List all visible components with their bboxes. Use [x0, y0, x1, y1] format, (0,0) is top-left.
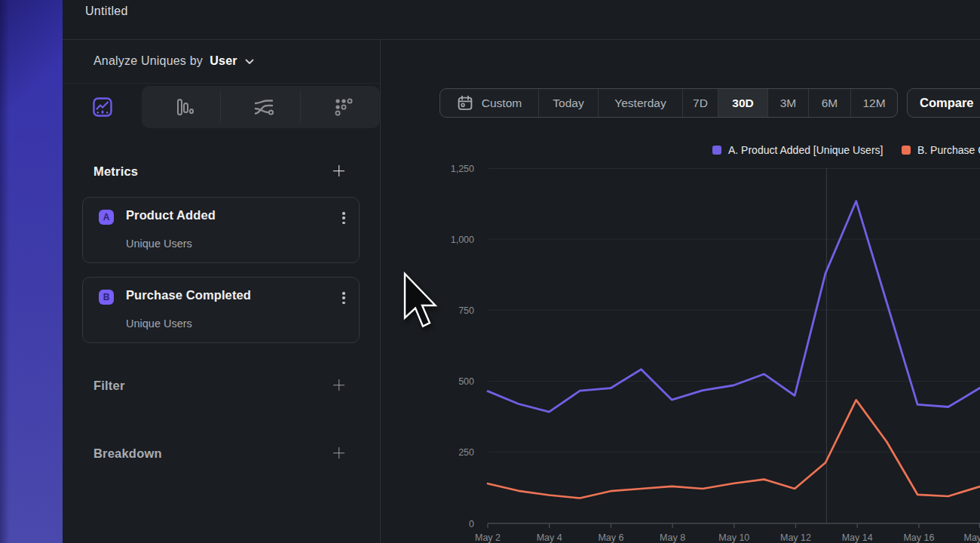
svg-text:1,250: 1,250: [451, 164, 474, 174]
svg-text:750: 750: [458, 305, 474, 316]
svg-text:May 14: May 14: [842, 532, 873, 543]
svg-text:May 10: May 10: [718, 532, 749, 543]
svg-text:May 6: May 6: [598, 532, 623, 543]
svg-text:May 12: May 12: [780, 532, 811, 543]
svg-text:1,000: 1,000: [451, 235, 474, 245]
svg-text:250: 250: [458, 447, 474, 458]
svg-text:0: 0: [469, 519, 474, 529]
svg-text:May 8: May 8: [660, 532, 685, 543]
svg-text:May 4: May 4: [537, 532, 562, 543]
svg-text:500: 500: [458, 376, 474, 387]
svg-text:May 18: May 18: [964, 532, 980, 543]
svg-text:May 16: May 16: [903, 532, 934, 543]
svg-text:May 2: May 2: [475, 532, 501, 543]
